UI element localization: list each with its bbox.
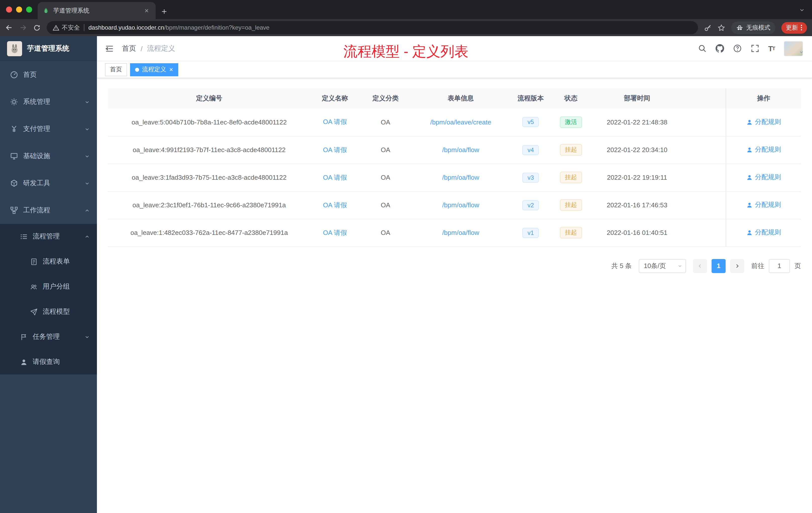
sidebar-item-system[interactable]: 系统管理 <box>0 88 97 116</box>
url-text: dashboard.yudao.iocoder.cn/bpm/manager/d… <box>88 24 269 31</box>
version-badge[interactable]: v3 <box>522 173 539 182</box>
workflow-icon <box>10 206 18 214</box>
monitor-icon <box>10 152 18 160</box>
table-row: oa_leave:2:3c1f0ef1-76b1-11ec-9c66-a2380… <box>108 191 801 219</box>
form-link[interactable]: /bpm/oa/leave/create <box>430 118 491 126</box>
status-badge: 激活 <box>560 117 582 128</box>
assign-rule-button[interactable]: 分配规则 <box>746 173 781 182</box>
navbar-tools: TT <box>698 41 804 56</box>
sidebar-item-label: 基础设施 <box>23 152 79 161</box>
sidebar-logo[interactable]: 芋道管理系统 <box>0 36 97 61</box>
assign-rule-button[interactable]: 分配规则 <box>746 201 781 210</box>
tag-home[interactable]: 首页 <box>105 63 127 76</box>
version-badge[interactable]: v1 <box>522 228 539 238</box>
close-window-button[interactable] <box>6 6 12 12</box>
users-icon <box>30 283 38 291</box>
definition-name-link[interactable]: OA 请假 <box>323 201 347 209</box>
status-badge: 挂起 <box>560 227 582 238</box>
goto-page-input[interactable] <box>769 259 790 273</box>
definition-name-link[interactable]: OA 请假 <box>323 146 347 153</box>
sidebar-item-process-form[interactable]: 流程表单 <box>0 249 97 274</box>
definition-id: oa_leave:3:1fad3d93-7b75-11ec-a3c8-acde4… <box>108 163 310 191</box>
breadcrumb: 首页 / 流程定义 <box>122 44 175 53</box>
assign-rule-button[interactable]: 分配规则 <box>746 145 781 154</box>
incognito-icon <box>736 24 743 31</box>
fullscreen-icon[interactable] <box>751 44 759 53</box>
sidebar-item-task-mgmt[interactable]: 任务管理 <box>0 324 97 350</box>
screen: 芋道管理系统 × 不安全 dashboard.yu <box>0 0 812 513</box>
minimize-window-button[interactable] <box>16 6 22 12</box>
page-size-select[interactable]: 10条/页 <box>639 259 686 273</box>
prev-page-button[interactable] <box>693 259 707 273</box>
form-link[interactable]: /bpm/oa/flow <box>442 174 479 181</box>
user-avatar[interactable] <box>784 41 804 56</box>
avatar-caret-icon <box>799 50 804 55</box>
sidebar-item-payment[interactable]: 支付管理 <box>0 116 97 143</box>
browser-menu-dots-icon[interactable] <box>801 24 803 31</box>
sidebar-item-process-mgmt[interactable]: 流程管理 <box>0 224 97 249</box>
sidebar-item-leave-query[interactable]: 请假查询 <box>0 350 97 374</box>
bookmark-star-icon[interactable] <box>718 24 725 31</box>
tag-close-icon[interactable]: × <box>169 66 173 73</box>
sidebar-item-process-model[interactable]: 流程模型 <box>0 299 97 324</box>
next-page-button[interactable] <box>730 259 744 273</box>
sidebar-item-user-group[interactable]: 用户分组 <box>0 274 97 299</box>
sidebar-item-infrastructure[interactable]: 基础设施 <box>0 143 97 170</box>
new-tab-button[interactable] <box>161 8 168 15</box>
deploy-time: 2022-01-22 21:48:38 <box>590 109 684 136</box>
page-unit-label: 页 <box>794 261 801 270</box>
sidebar-collapse-icon[interactable] <box>105 44 114 53</box>
password-key-icon[interactable] <box>704 24 712 31</box>
col-filler <box>684 88 726 109</box>
refresh-button[interactable] <box>33 24 41 31</box>
assign-rule-button[interactable]: 分配规则 <box>746 117 781 126</box>
definition-id: oa_leave:1:482ec033-762a-11ec-8477-a2380… <box>108 219 310 246</box>
maximize-window-button[interactable] <box>26 6 32 12</box>
definition-table: 定义编号 定义名称 定义分类 表单信息 流程版本 状态 部署时间 操作 <box>108 88 801 247</box>
document-icon <box>30 258 38 265</box>
tab-close-icon[interactable]: × <box>143 6 151 14</box>
sidebar-item-workflow[interactable]: 工作流程 <box>0 197 97 224</box>
chevron-down-icon <box>677 263 683 268</box>
filler-cell <box>684 191 726 219</box>
breadcrumb-separator: / <box>141 44 143 53</box>
version-badge[interactable]: v5 <box>522 117 539 127</box>
chevron-down-icon <box>84 153 90 159</box>
form-link[interactable]: /bpm/oa/flow <box>442 146 479 154</box>
deploy-time: 2022-01-22 20:34:10 <box>590 136 684 163</box>
sidebar-item-label: 工作流程 <box>23 206 79 215</box>
address-bar[interactable]: 不安全 dashboard.yudao.iocoder.cn/bpm/manag… <box>47 21 698 34</box>
page-title: 流程模型 - 定义列表 <box>344 42 468 61</box>
tag-current[interactable]: 流程定义 × <box>130 63 178 76</box>
deploy-time: 2022-01-22 19:19:11 <box>590 163 684 191</box>
definition-name-link[interactable]: OA 请假 <box>323 118 347 126</box>
filler-cell <box>684 109 726 136</box>
help-icon[interactable] <box>733 44 742 53</box>
breadcrumb-home[interactable]: 首页 <box>122 44 136 53</box>
version-badge[interactable]: v4 <box>522 145 539 155</box>
sidebar-item-label: 支付管理 <box>23 124 79 133</box>
app-root: 芋道管理系统 首页 系统管理 支付管理 <box>0 36 812 513</box>
back-button[interactable] <box>5 24 13 32</box>
tab-search-chevron-icon[interactable] <box>799 7 805 13</box>
toolbox-icon <box>10 179 18 187</box>
assign-rule-button[interactable]: 分配规则 <box>746 228 781 237</box>
status-badge: 挂起 <box>560 199 582 211</box>
browser-tab[interactable]: 芋道管理系统 × <box>38 2 156 19</box>
version-badge[interactable]: v2 <box>522 200 539 210</box>
sidebar-item-devtools[interactable]: 研发工具 <box>0 170 97 197</box>
sidebar-item-home[interactable]: 首页 <box>0 61 97 88</box>
github-icon[interactable] <box>715 44 724 53</box>
form-link[interactable]: /bpm/oa/flow <box>442 201 479 209</box>
definition-name-link[interactable]: OA 请假 <box>323 229 347 236</box>
col-status: 状态 <box>551 88 590 109</box>
forward-button[interactable] <box>19 24 27 32</box>
definition-name-link[interactable]: OA 请假 <box>323 174 347 181</box>
site-security[interactable]: 不安全 <box>53 23 80 32</box>
font-size-icon[interactable]: TT <box>768 44 775 53</box>
form-link[interactable]: /bpm/oa/flow <box>442 229 479 236</box>
search-icon[interactable] <box>698 44 706 53</box>
table-row: oa_leave:4:991f2193-7b7f-11ec-a3c8-acde4… <box>108 136 801 163</box>
page-number-1[interactable]: 1 <box>712 259 726 273</box>
browser-update-button[interactable]: 更新 <box>781 22 807 33</box>
